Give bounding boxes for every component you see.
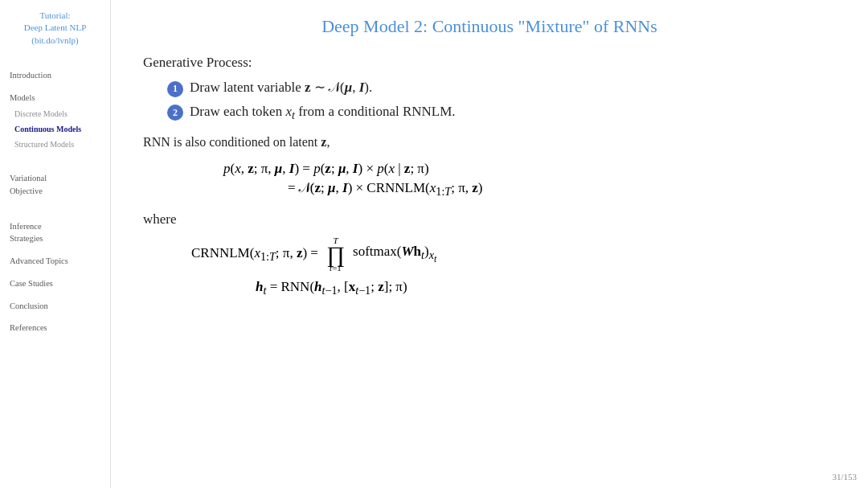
page-number: 31/153 <box>832 472 857 482</box>
sidebar-item-introduction[interactable]: Introduction <box>6 68 104 84</box>
step-1: 1 Draw latent variable z ∼ 𝒩(μ, I). <box>167 79 836 97</box>
step-2-number: 2 <box>167 105 183 121</box>
formula-1-line1: p(x, z; π, μ, I) = p(z; μ, I) × p(x | z;… <box>223 161 836 177</box>
formula-1-line2: = 𝒩(z; μ, I) × CRNNLM(x1:T; π, z) <box>288 180 836 199</box>
rnn-condition-text: RNN is also conditioned on latent z, <box>143 135 836 150</box>
sidebar-item-advanced-topics[interactable]: Advanced Topics <box>6 253 104 269</box>
sidebar-item-continuous-models[interactable]: Continuous Models <box>6 121 104 137</box>
sidebar-title: Tutorial: Deep Latent NLP (bit.do/lvnlp) <box>6 10 104 47</box>
step-1-text: Draw latent variable z ∼ 𝒩(μ, I). <box>190 79 372 96</box>
main-content: Deep Model 2: Continuous "Mixture" of RN… <box>111 0 868 488</box>
sidebar-item-discrete-models[interactable]: Discrete Models <box>6 106 104 121</box>
slide-title: Deep Model 2: Continuous "Mixture" of RN… <box>143 16 836 37</box>
gen-process-label: Generative Process: <box>143 55 836 71</box>
step-2: 2 Draw each token xt from a conditional … <box>167 104 836 122</box>
sidebar-item-variational-objective[interactable]: Variational Objective <box>6 158 104 199</box>
sidebar-item-inference-strategies[interactable]: Inference Strategies <box>6 206 104 247</box>
sidebar-item-references[interactable]: References <box>6 320 104 336</box>
sidebar-item-structured-models[interactable]: Structured Models <box>6 137 104 152</box>
where-text: where <box>143 211 836 228</box>
sidebar: Tutorial: Deep Latent NLP (bit.do/lvnlp)… <box>0 0 111 488</box>
sidebar-item-conclusion[interactable]: Conclusion <box>6 298 104 314</box>
sidebar-item-case-studies[interactable]: Case Studies <box>6 276 104 292</box>
step-1-number: 1 <box>167 81 183 97</box>
step-2-text: Draw each token xt from a conditional RN… <box>190 104 456 122</box>
formula-2-crnnlm: CRNNLM(x1:T; π, z) = T ∏ t=1 softmax(Wht… <box>191 236 836 273</box>
formula-3-ht: ht = RNN(ht−1, [xt−1; z]; π) <box>256 279 836 297</box>
steps-list: 1 Draw latent variable z ∼ 𝒩(μ, I). 2 Dr… <box>167 79 836 122</box>
sidebar-item-models[interactable]: Models <box>6 90 104 106</box>
